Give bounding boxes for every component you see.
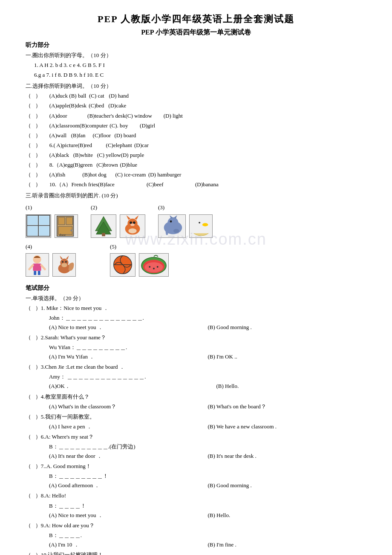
svg-point-45 — [65, 261, 67, 263]
image-basketball — [110, 253, 135, 277]
part2-item-1: （ ） (A)duck (B) ball (C) cat (D) hand — [26, 91, 366, 101]
image-elephant — [158, 214, 186, 238]
image-trees — [91, 214, 116, 238]
writing-item-8: （ ） 8.A: Hello! B：＿＿＿＿！ (A) Nice to meet… — [26, 491, 366, 520]
part2-item-7: （ ） (A)black (B)white (C) yellow (D) pur… — [26, 150, 366, 160]
svg-point-25 — [167, 217, 178, 228]
svg-rect-9 — [66, 217, 72, 224]
svg-rect-37 — [38, 271, 40, 275]
svg-line-38 — [29, 265, 33, 269]
part2-item-6: （ ） 6.( A)picture (B)red (C)elephant (D)… — [26, 141, 366, 150]
writing-item-6: （ ） 6.A: Where's my seat？ B：＿＿＿＿＿＿＿＿＿.(在… — [26, 432, 366, 461]
writing-item-9: （ ） 9.A: How old are you？ B：＿＿＿＿. (A) I'… — [26, 521, 366, 549]
part2-item-10: （ ） 10.（A）French fries (B)face (C)beef (… — [26, 180, 366, 189]
svg-point-11 — [70, 229, 72, 231]
svg-point-23 — [128, 228, 136, 234]
svg-rect-15 — [102, 233, 105, 237]
svg-rect-36 — [34, 271, 36, 275]
svg-point-21 — [133, 222, 135, 224]
image-girl — [26, 253, 49, 277]
part1-row1: 1. A H 2. b d 3. c e 4. G B 5. F I — [26, 61, 366, 70]
svg-point-20 — [130, 222, 132, 224]
svg-point-26 — [170, 220, 172, 223]
image-squirrel — [52, 253, 76, 277]
writing-item-1: （ ） 1. Mike：Nice to meet you ． John：＿＿＿＿… — [26, 304, 366, 332]
image-group-5: (5) — [110, 242, 169, 278]
svg-rect-35 — [33, 263, 41, 271]
svg-rect-3 — [28, 216, 37, 225]
svg-point-53 — [153, 268, 155, 269]
svg-rect-4 — [39, 216, 49, 225]
writing-part1-label: 一.单项选择。（20 分） — [26, 294, 366, 303]
writing-item-5: （ ） 5.我们有一间新教室。 (A) I have a pen ． (B) W… — [26, 412, 366, 431]
writing-item-7: （ ） 7..A. Good morning！ B：＿＿＿＿＿＿＿＿！ (A) … — [26, 462, 366, 490]
svg-point-54 — [157, 266, 159, 268]
part2-item-9: （ ） (A)fish (B)hot dog (C) ice-cream (D)… — [26, 170, 366, 179]
part1-label: 一.圈出你所听到的字母。（10 分） — [26, 51, 366, 60]
main-title: PEP 人教版小学四年级英语上册全套测试题 — [26, 13, 366, 26]
part2-label: 二.选择你所听到的单词。（10 分） — [26, 81, 366, 91]
part2-item-3: （ ） (A)door (B)teacher's desk (C) window… — [26, 111, 366, 121]
part2-item-5: （ ） (A)wall (B)fan (C)floor (D) board — [26, 131, 366, 140]
svg-point-27 — [173, 229, 179, 233]
part1-row2: 6.g a 7. i f 8. D B 9. h f 10. E C — [26, 70, 366, 80]
svg-text:door: door — [59, 233, 66, 237]
svg-point-44 — [62, 261, 63, 263]
svg-marker-42 — [60, 255, 63, 259]
svg-point-32 — [202, 223, 208, 226]
writing-item-4: （ ） 4.教室里面有什么？ (A) What's in the classro… — [26, 392, 366, 411]
svg-point-52 — [149, 266, 150, 268]
part3-label: 三.听录音圈出你所听到的图片. (10 分) — [26, 191, 366, 200]
svg-marker-18 — [127, 215, 131, 220]
image-group-1: (1) — [26, 203, 78, 239]
writing-item-10: （ ） 10.让我们一起擦玻璃吧！ (A)Let's clean the win… — [26, 550, 366, 555]
svg-point-33 — [199, 222, 200, 223]
svg-line-39 — [41, 265, 45, 269]
part2-item-8: （ ） 8.（A)egg (B)green (C)brown (D)blue — [26, 160, 366, 170]
image-fox — [120, 214, 145, 238]
image-group-2: (2) — [91, 203, 145, 239]
writing-item-2: （ ） 2.Sarah: What's your name？ Wu Yifan：… — [26, 333, 366, 361]
part2-item-2: （ ） (A)apple (B)desk (C)bed (D)cake — [26, 101, 366, 110]
svg-rect-8 — [58, 217, 65, 224]
svg-rect-6 — [39, 226, 49, 235]
svg-rect-5 — [28, 226, 37, 235]
writing-part1-items: （ ） 1. Mike：Nice to meet you ． John：＿＿＿＿… — [26, 304, 366, 555]
image-watermelon — [139, 253, 169, 277]
part2-items: （ ） (A)duck (B) ball (C) cat (D) hand （ … — [26, 91, 366, 189]
image-group-4: (4) — [26, 242, 76, 278]
svg-point-46 — [61, 263, 67, 267]
listening-header: 听力部分 — [26, 41, 366, 49]
svg-marker-43 — [66, 255, 69, 259]
image-door: door — [55, 214, 78, 238]
svg-marker-19 — [135, 215, 139, 220]
image-group-3: (3) — [158, 203, 213, 239]
image-window — [26, 214, 51, 238]
svg-point-51 — [145, 263, 163, 272]
image-duck — [189, 214, 213, 238]
writing-header: 笔试部分 — [26, 284, 366, 292]
sub-title: PEP 小学英语四年级第一单元测试卷 — [26, 28, 366, 37]
writing-item-3: （ ） 3.Chen Jie :Let me clean the board ．… — [26, 362, 366, 391]
part2-item-4: （ ） (A)classroom (B)computer (C). boy (D… — [26, 121, 366, 130]
svg-point-22 — [130, 224, 135, 226]
